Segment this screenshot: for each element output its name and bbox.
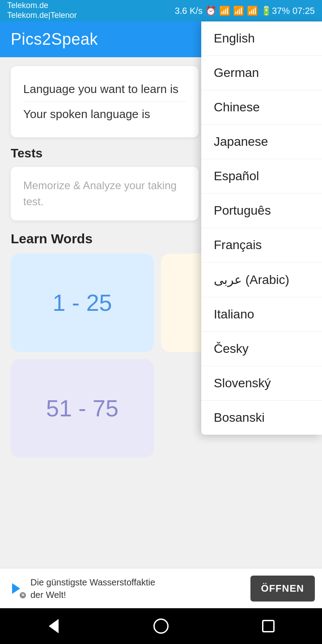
ad-text-line1: Die günstigste Wasserstoffaktie: [30, 576, 155, 589]
word-card-1[interactable]: 1 - 25: [11, 254, 154, 352]
dropdown-item-bosanski[interactable]: Bosanski: [201, 401, 322, 435]
speed-indicator: 3.6 K/s: [175, 6, 203, 16]
dropdown-item-chinese[interactable]: Chinese: [201, 90, 322, 125]
dropdown-item-espanol[interactable]: Español: [201, 159, 322, 194]
back-button[interactable]: [40, 613, 67, 640]
app-title: Pics2Speak: [11, 30, 98, 49]
dropdown-item-japanese[interactable]: Japanese: [201, 125, 322, 159]
dropdown-item-italiano[interactable]: Italiano: [201, 297, 322, 332]
dropdown-item-english[interactable]: English: [201, 21, 322, 56]
dropdown-item-francais[interactable]: Français: [201, 228, 322, 263]
ad-banner: ✕ Die günstigste Wasserstoffaktie der We…: [0, 568, 322, 608]
bottom-nav: [0, 608, 322, 644]
status-icons: 3.6 K/s ⏰ 📶 📶 📶 🔋37% 07:25: [175, 5, 315, 16]
language-card: Language you want to learn is Your spoke…: [11, 66, 199, 137]
dropdown-item-portugues[interactable]: Português: [201, 194, 322, 228]
recent-icon: [262, 620, 275, 632]
home-button[interactable]: [148, 613, 174, 640]
signal-icon1: 📶: [233, 5, 244, 16]
ad-close-icon[interactable]: ✕: [20, 592, 26, 598]
word-card-2[interactable]: 51 - 75: [11, 359, 154, 458]
dropdown-item-slovensky[interactable]: Slovenský: [201, 366, 322, 401]
time-display: 07:25: [292, 6, 315, 16]
carrier2: Telekom.de|Telenor: [7, 11, 77, 21]
language-dropdown: English German Chinese Japanese Español …: [201, 21, 322, 435]
ad-play-icon: ✕: [7, 580, 25, 597]
ad-open-button[interactable]: ÖFFNEN: [250, 576, 315, 602]
ad-text: Die günstigste Wasserstoffaktie der Welt…: [30, 576, 155, 601]
home-icon: [153, 619, 169, 634]
dropdown-item-german[interactable]: German: [201, 56, 322, 90]
tests-card: Memorize & Analyze your taking test.: [11, 167, 199, 220]
alarm-icon: ⏰: [205, 5, 216, 16]
battery-icon: 🔋37%: [261, 5, 290, 16]
dropdown-item-cesky[interactable]: Česky: [201, 332, 322, 366]
play-triangle: [12, 583, 20, 594]
ad-left: ✕ Die günstigste Wasserstoffaktie der We…: [7, 576, 155, 601]
status-bar: Telekom.de Telekom.de|Telenor 3.6 K/s ⏰ …: [0, 0, 322, 21]
ad-text-line2: der Welt!: [30, 589, 155, 601]
carrier-info: Telekom.de Telekom.de|Telenor: [7, 1, 77, 20]
dropdown-item-arabic[interactable]: عربى (Arabic): [201, 263, 322, 297]
carrier1: Telekom.de: [7, 1, 77, 11]
word-range-2: 51 - 75: [46, 395, 119, 422]
back-icon: [49, 619, 59, 633]
tests-description: Memorize & Analyze your taking test.: [23, 178, 186, 210]
signal-icon2: 📶: [247, 5, 258, 16]
learn-language-row: Language you want to learn is: [23, 77, 186, 102]
word-range-1: 1 - 25: [53, 289, 112, 316]
spoken-language-row: Your spoken language is: [23, 102, 186, 127]
wifi-icon: 📶: [219, 5, 230, 16]
recent-apps-button[interactable]: [255, 613, 282, 640]
